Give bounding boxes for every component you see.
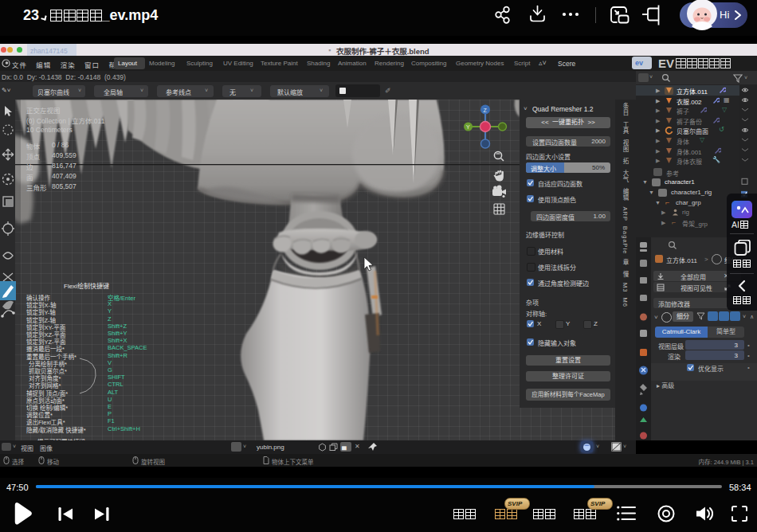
svg-text:Z: Z	[484, 108, 488, 113]
svg-text:Y: Y	[466, 124, 470, 130]
